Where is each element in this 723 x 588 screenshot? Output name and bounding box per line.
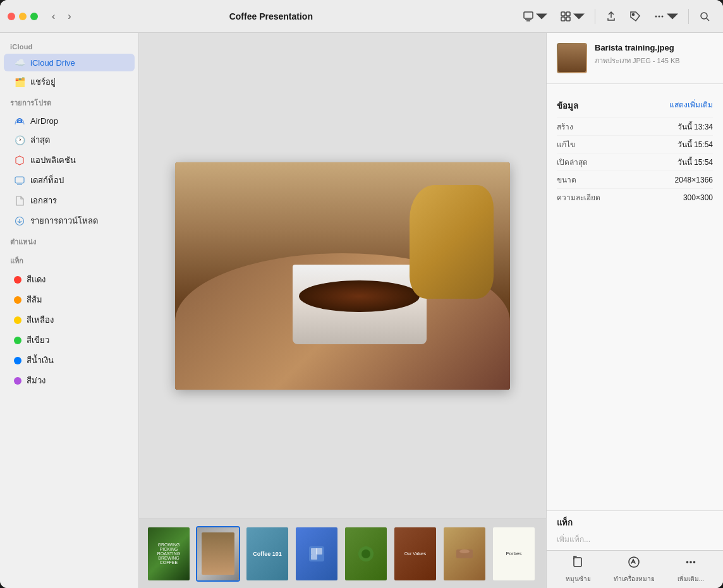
svg-point-11 <box>701 13 707 19</box>
finder-window: ‹ › Coffee Presentation <box>0 0 723 588</box>
metadata-row-opened: เปิดล่าสุด วันนี้ 15:54 <box>557 153 713 171</box>
metadata-section-header: ข้อมูล แสดงเพิ่มเติม <box>557 92 713 118</box>
meta-label-resolution: ความละเอียด <box>557 191 600 203</box>
svg-line-12 <box>707 18 709 21</box>
rotate-left-button[interactable]: หมุนซ้าย <box>558 551 598 587</box>
right-panel: Barista training.jpeg ภาพประเภท JPEG - 1… <box>546 33 723 588</box>
thumbnail-5[interactable] <box>344 526 388 582</box>
svg-point-28 <box>690 561 692 563</box>
sidebar-item-label: สีแดง <box>27 273 46 286</box>
sidebar-item-shared[interactable]: 🗂️ แชร์อยู่ <box>4 72 135 92</box>
thumbnail-6[interactable]: Our Values <box>393 526 437 582</box>
close-button[interactable] <box>8 13 15 20</box>
show-more-link[interactable]: แสดงเพิ่มเติม <box>669 99 713 111</box>
thumbnail-content-6: Our Values <box>394 527 436 580</box>
add-tag-field[interactable]: เพิ่มแท็ก... <box>557 533 713 545</box>
thumbnail-3[interactable]: Coffee 101 <box>245 526 289 582</box>
preview-image-inner <box>175 162 510 390</box>
icloud-drive-icon: ☁️ <box>14 57 25 68</box>
sidebar-item-yellow[interactable]: สีเหลือง <box>4 310 135 330</box>
thumbnail-4[interactable] <box>295 526 339 582</box>
sidebar-item-documents[interactable]: เอกสาร <box>4 191 135 210</box>
thumbnail-content-2 <box>197 527 239 580</box>
downloads-icon <box>14 215 25 227</box>
metadata-row-modified: แก้ไข วันนี้ 15:54 <box>557 136 713 153</box>
title-bar: ‹ › Coffee Presentation <box>0 0 723 33</box>
metadata-row-created: สร้าง วันนี้ 13:34 <box>557 118 713 136</box>
sidebar-item-red[interactable]: สีแดง <box>4 270 135 289</box>
sidebar-item-recent[interactable]: 🕐 ล่าสุด <box>4 130 135 150</box>
sidebar-item-desktop[interactable]: เดสก์ท็อป <box>4 171 135 190</box>
svg-rect-3 <box>561 12 565 16</box>
thumbnail-2[interactable] <box>196 526 240 582</box>
sidebar-item-icloud-drive[interactable]: ☁️ iCloud Drive <box>4 54 135 71</box>
meta-label-size: ขนาด <box>557 174 576 186</box>
meta-label-modified: แก้ไข <box>557 138 575 150</box>
view-options-button[interactable] <box>555 7 590 26</box>
tag-button[interactable] <box>624 7 646 26</box>
sidebar-item-orange[interactable]: สีส้ม <box>4 290 135 309</box>
more-button[interactable] <box>648 7 683 26</box>
minimize-button[interactable] <box>19 13 27 20</box>
file-details: Barista training.jpeg ภาพประเภท JPEG - 1… <box>595 43 680 66</box>
thumbnail-content-5 <box>345 527 387 580</box>
toolbar-separator-2 <box>688 9 689 24</box>
svg-rect-14 <box>15 177 24 183</box>
green-tag-dot <box>14 337 21 344</box>
preview-area <box>139 33 546 519</box>
sidebar-item-label: รายการดาวน์โหลด <box>30 214 98 227</box>
sidebar-item-label: สีเหลือง <box>27 313 54 327</box>
more-actions-label: เพิ่มเติม... <box>677 574 704 584</box>
tags-section-label: แท็ก <box>0 250 138 269</box>
share-button[interactable] <box>600 7 622 26</box>
more-actions-button[interactable]: เพิ่มเติม... <box>670 551 712 587</box>
more-actions-icon <box>684 555 698 572</box>
svg-rect-6 <box>566 17 570 21</box>
sidebar-item-applications[interactable]: แอปพลิเคชัน <box>4 150 135 170</box>
thumbnails-strip: GROWING PICKING ROASTING BREWING COFFEE … <box>139 519 546 588</box>
window-title: Coffee Presentation <box>30 11 513 21</box>
metadata-inner: ข้อมูล แสดงเพิ่มเติม สร้าง วันนี้ 13:34 … <box>557 92 713 206</box>
tags-section-label: แท็ก <box>557 516 713 529</box>
metadata-row-size: ขนาด 2048×1366 <box>557 171 713 189</box>
svg-point-22 <box>362 549 370 558</box>
sidebar-item-green[interactable]: สีเขียว <box>4 330 135 350</box>
markup-icon <box>627 555 641 572</box>
tag-icon <box>629 11 641 22</box>
yellow-tag-dot <box>14 316 21 324</box>
sidebar-item-purple[interactable]: สีม่วง <box>4 371 135 390</box>
main-preview-image <box>175 162 510 390</box>
file-name: Barista training.jpeg <box>595 43 680 54</box>
tags-section: แท็ก เพิ่มแท็ก... <box>547 510 723 550</box>
gallery-view-button[interactable] <box>518 7 552 26</box>
purple-tag-dot <box>14 377 21 385</box>
meta-value-resolution: 300×300 <box>683 193 713 202</box>
sidebar-item-label: ล่าสุด <box>30 133 50 147</box>
sidebar-item-downloads[interactable]: รายการดาวน์โหลด <box>4 211 135 231</box>
recent-icon: 🕐 <box>14 135 25 146</box>
search-button[interactable] <box>694 7 715 26</box>
thumbnail-1[interactable]: GROWING PICKING ROASTING BREWING COFFEE <box>147 526 191 582</box>
sidebar-item-airdrop[interactable]: AirDrop <box>4 112 135 129</box>
rotate-left-label: หมุนซ้าย <box>566 574 591 584</box>
desktop-icon <box>14 175 25 186</box>
icloud-section-label: iCloud <box>0 38 138 53</box>
markup-button[interactable]: ทำเครื่องหมาย <box>606 551 662 587</box>
thumbnail-content-3: Coffee 101 <box>246 527 288 580</box>
search-icon <box>699 11 710 22</box>
documents-icon <box>14 195 25 207</box>
grid-icon <box>560 11 571 22</box>
chevron-down-icon-2 <box>573 11 585 22</box>
sidebar-item-blue[interactable]: สีน้ำเงิน <box>4 351 135 370</box>
chevron-down-icon <box>536 11 547 22</box>
gallery-view-icon <box>523 11 534 22</box>
meta-value-modified: วันนี้ 15:54 <box>677 138 713 150</box>
sidebar-item-label: เดสก์ท็อป <box>30 174 64 187</box>
metadata-label: ข้อมูล <box>557 94 578 115</box>
thumbnail-8[interactable]: Forbes <box>492 526 536 582</box>
svg-point-7 <box>633 13 635 15</box>
svg-rect-25 <box>574 558 581 567</box>
meta-value-opened: วันนี้ 15:54 <box>677 156 713 168</box>
thumbnail-7[interactable] <box>442 526 487 582</box>
sidebar-item-label: สีเขียว <box>27 333 49 347</box>
